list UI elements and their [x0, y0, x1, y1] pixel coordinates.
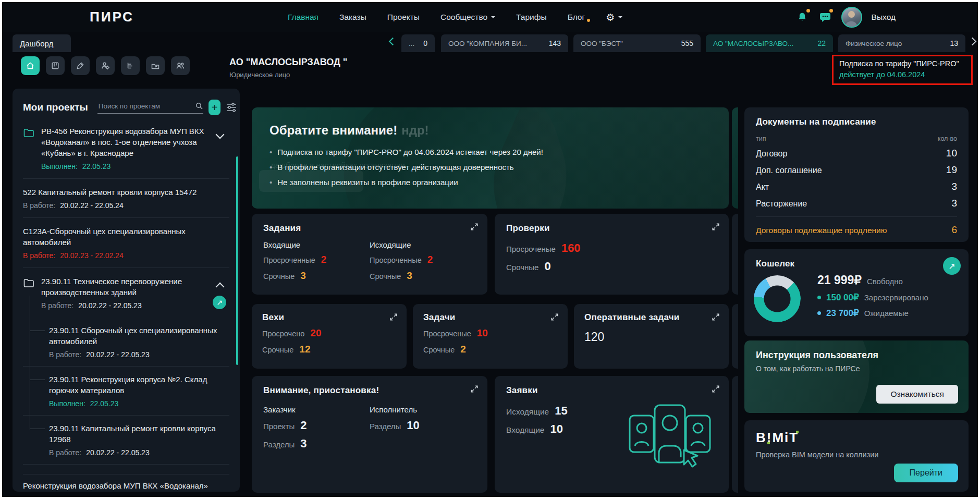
wallet-free-row: 21 999₽Свободно: [817, 273, 928, 287]
notifications-bell-button[interactable]: [795, 10, 809, 24]
user-settings-button[interactable]: [96, 56, 115, 75]
tab-org-4[interactable]: Физическое лицо13: [838, 34, 965, 52]
green-dot: [796, 431, 799, 433]
open-wallet-button[interactable]: ↗: [943, 257, 961, 275]
expand-button[interactable]: [709, 311, 722, 323]
clipped-card-edge: [732, 214, 738, 295]
expand-button[interactable]: [709, 383, 722, 395]
expand-button[interactable]: [709, 221, 722, 233]
chevron-down-icon: [618, 16, 622, 20]
search-icon: [195, 102, 203, 110]
project-item[interactable]: РВ-456 Реконструкция водозабора МУП ВКХ …: [23, 118, 229, 179]
org-title-block: АО "МАСЛОСЫРЗАВОД " Юридическое лицо: [229, 57, 347, 79]
nav-item-blog[interactable]: Блог: [568, 13, 585, 22]
suspension-card: Внимание, приостановка! Заказчик Проекты…: [252, 376, 487, 493]
checks-card: Проверки Просроченые160 Срочные0: [495, 214, 729, 295]
bimit-logo: B!MiT: [756, 430, 799, 446]
issues-card: Задачи Просроченые10 Срочные2: [413, 304, 568, 369]
requests-card: Заявки Исходящие15 Входящие10: [495, 376, 729, 493]
subscription-highlight-box: Подписка по тарифу "ПИРС-PRO" действует …: [832, 55, 973, 85]
project-subtree: 23.90.11 Сборочный цех специализированны…: [23, 318, 229, 465]
filter-button[interactable]: [226, 102, 237, 113]
doc-row: Договор10: [756, 148, 957, 159]
wallet-expected-row: 23 700₽Ожидаемые: [817, 308, 928, 319]
project-title: 23.90.11 Капитальный ремонт кровли корпу…: [49, 423, 229, 445]
tab-dashboard[interactable]: Дашборд: [13, 34, 71, 52]
expand-button[interactable]: [548, 311, 561, 323]
nav-item-community[interactable]: Сообщество: [440, 13, 495, 22]
subproject-item[interactable]: 23.90.11 Сборочный цех специализированны…: [23, 318, 229, 366]
attention-banner: дашборде в настройках организации Обрати…: [252, 107, 729, 209]
messages-button[interactable]: [818, 10, 832, 24]
tab-org-3-active[interactable]: АО "МАСЛОСЫРЗАВО...22: [706, 34, 833, 52]
project-title: 23.90.11 Сборочный цех специализированны…: [49, 325, 229, 347]
read-instruction-button[interactable]: Ознакомиться: [876, 385, 958, 404]
nav-item-settings[interactable]: ⚙: [606, 11, 622, 23]
expand-button[interactable]: [387, 311, 400, 323]
doc-row: Расторжение3: [756, 198, 957, 209]
user-avatar[interactable]: [841, 7, 862, 28]
project-status: Выполнен:22.05.23: [49, 399, 229, 408]
tab-org-2[interactable]: ООО "БЭСТ"555: [573, 34, 701, 52]
instruction-subtitle: О том, как работать на ПИРСе: [756, 364, 957, 373]
project-item[interactable]: 522 Капитальный ремонт кровли корпуса 15…: [23, 179, 229, 218]
subproject-item[interactable]: 23.90.11 Реконструкция корпуса №2. Склад…: [23, 366, 229, 415]
expand-icon: [712, 223, 720, 231]
tabs-scroll-left-button[interactable]: [390, 37, 396, 46]
team-button[interactable]: [171, 56, 190, 75]
header-icon-toolbar: [21, 56, 190, 75]
bimit-go-button[interactable]: Перейти: [894, 464, 958, 482]
project-item-clipped[interactable]: Реконструкция водозабора МУП ВКХ «Водока…: [23, 474, 229, 492]
wallet-donut-chart: [754, 275, 801, 322]
project-title: 23.90.11 Техническое перевооружение прои…: [41, 276, 214, 298]
operational-count: 120: [584, 330, 718, 344]
structure-button[interactable]: [121, 56, 140, 75]
nav-item-tariffs[interactable]: Тарифы: [516, 13, 547, 22]
home-button[interactable]: [21, 56, 40, 75]
subproject-item[interactable]: 23.90.11 Капитальный ремонт кровли корпу…: [23, 415, 229, 464]
tab-overflow[interactable]: ...0: [401, 34, 435, 52]
project-status: В работе:20.02.22 - 22.05.23: [49, 350, 229, 359]
sign-button[interactable]: [71, 56, 90, 75]
contracts-renewal-link[interactable]: Договоры подлежащие продлению6: [756, 224, 957, 236]
add-project-button[interactable]: +: [209, 100, 221, 115]
logout-button[interactable]: Выход: [872, 13, 896, 22]
col-header-qty: кол-во: [938, 135, 957, 142]
banner-warning: •В профиле организации отсутствует дейст…: [270, 162, 711, 173]
project-title: С123А-Сборочный цех специализированных а…: [23, 226, 229, 248]
pen-nib-icon: [76, 61, 85, 70]
organization-tabbar: Дашборд ...0 ООО "КОМПАНИЯ БИ...143 ООО …: [2, 33, 978, 52]
project-item-expanded[interactable]: 23.90.11 Техническое перевооружение прои…: [23, 268, 229, 318]
assignments-card: Задания Входящие Просроченные2 Срочные3 …: [252, 214, 487, 295]
project-title: 23.90.11 Реконструкция корпуса №2. Склад…: [49, 374, 229, 396]
project-status: В работе:20.02.22 - 22.05.24: [23, 201, 229, 210]
folder-icon: [23, 126, 34, 171]
expand-button[interactable]: [468, 221, 481, 233]
pirs-logo: ПИРС: [90, 9, 134, 25]
green-dot: [767, 442, 770, 444]
milestones-card: Вехи Просрочено20 Срочные12: [252, 304, 407, 369]
open-project-button[interactable]: ↗: [213, 296, 226, 309]
subscription-line2[interactable]: действует до 04.06.2024: [839, 70, 965, 79]
tab-org-1[interactable]: ООО "КОМПАНИЯ БИ...143: [441, 34, 568, 52]
search-input[interactable]: [97, 102, 192, 111]
nav-item-orders[interactable]: Заказы: [339, 13, 366, 22]
banner-warnings: •Подписка по тарифу "ПИРС-PRO" до 04.06.…: [270, 147, 711, 188]
clipped-card-edge: [732, 107, 738, 209]
wallet-reserved-row: 150 00₽Зарезервировано: [817, 292, 928, 303]
folder-icon: [23, 276, 34, 310]
clipped-card-edge: [732, 376, 738, 493]
expand-button[interactable]: [468, 383, 481, 395]
board-button[interactable]: [46, 56, 65, 75]
chevron-right-icon: [969, 38, 977, 46]
instruction-title: Инструкция пользователя: [756, 350, 957, 361]
shared-folder-button[interactable]: [146, 56, 165, 75]
project-status: В работе:20.02.22 - 22.05.23: [49, 448, 229, 457]
scrollbar-thumb[interactable]: [236, 156, 238, 365]
nav-item-projects[interactable]: Проекты: [387, 13, 420, 22]
expand-icon: [550, 313, 559, 321]
ghost-text-artifact: ндр!: [401, 123, 428, 137]
tabs-scroll-right-button[interactable]: [970, 37, 975, 46]
nav-item-main[interactable]: Главная: [288, 13, 318, 22]
project-item[interactable]: С123А-Сборочный цех специализированных а…: [23, 218, 229, 268]
